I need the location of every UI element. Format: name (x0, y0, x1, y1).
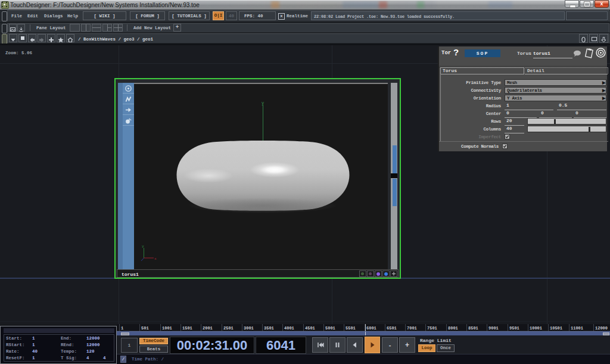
svg-text:y: y (262, 101, 264, 105)
svg-text:x: x (154, 257, 157, 261)
svg-text:y: y (142, 244, 144, 248)
